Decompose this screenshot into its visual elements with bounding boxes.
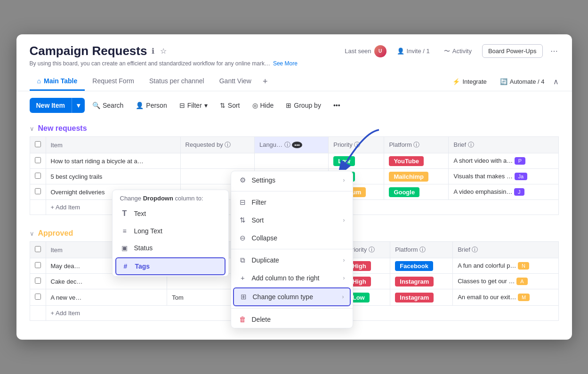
sub-menu-status[interactable]: ▣ Status bbox=[113, 239, 228, 256]
sort-ctx-icon: ⇅ bbox=[239, 216, 247, 224]
row-platform: Facebook bbox=[390, 258, 453, 274]
col-platform-header-a[interactable]: Platform ⓘ bbox=[390, 242, 453, 258]
row-item: 5 best cycling trails bbox=[46, 169, 180, 184]
sub-menu-long-text[interactable]: ≡ Long Text bbox=[113, 223, 228, 239]
sub-menu-tags[interactable]: # Tags bbox=[115, 257, 226, 275]
add-item-check bbox=[30, 200, 46, 215]
col-priority-header[interactable]: Priority ⓘ bbox=[329, 137, 384, 153]
col-brief-header[interactable]: Brief ⓘ bbox=[449, 137, 558, 153]
hide-button[interactable]: ◎ Hide bbox=[248, 98, 279, 112]
sort-icon: ⇅ bbox=[220, 102, 226, 109]
add-tab-button[interactable]: + bbox=[259, 73, 272, 90]
tab-main-table[interactable]: ⌂ Main Table bbox=[30, 72, 85, 91]
new-item-label[interactable]: New Item bbox=[30, 98, 72, 113]
table-row: How to start riding a bicycle at a… Low … bbox=[30, 153, 558, 169]
ctx-change-column-type[interactable]: ⊞ Change column type › bbox=[233, 287, 351, 306]
app-window: Campaign Requests ℹ ☆ Last seen U 👤 Invi… bbox=[16, 34, 572, 340]
row-platform: Mailchimp bbox=[384, 169, 449, 184]
row-language bbox=[254, 153, 328, 169]
group-new-requests-title: New requests bbox=[38, 124, 87, 133]
tab-status-channel[interactable]: Status per channel bbox=[142, 72, 212, 91]
board-power-ups-button[interactable]: Board Power-Ups bbox=[482, 44, 543, 58]
ctx-filter[interactable]: ⊟ Filter bbox=[231, 193, 353, 211]
group-approved-title: Approved bbox=[38, 229, 73, 238]
ctx-sort[interactable]: ⇅ Sort › bbox=[231, 211, 353, 229]
add-item-check bbox=[30, 306, 46, 321]
tab-request-form[interactable]: Request Form bbox=[85, 72, 142, 91]
invite-button[interactable]: 👤 Invite / 1 bbox=[393, 46, 434, 56]
star-icon-button[interactable]: ☆ bbox=[159, 46, 168, 56]
select-all-approved[interactable] bbox=[35, 246, 41, 252]
row-item: A new ve… bbox=[46, 289, 167, 306]
ctx-delete[interactable]: 🗑 Delete bbox=[231, 310, 353, 328]
col-check-header[interactable] bbox=[30, 137, 46, 153]
integrate-button[interactable]: ⚡ Integrate bbox=[448, 76, 491, 88]
search-icon: 🔍 bbox=[92, 102, 100, 109]
collapse-tabs-button[interactable]: ∧ bbox=[553, 77, 559, 86]
select-all-new[interactable] bbox=[35, 141, 41, 147]
group-by-button[interactable]: ⊞ Group by bbox=[281, 98, 326, 112]
col-check-header-a[interactable] bbox=[30, 242, 46, 258]
filter-icon: ⊟ bbox=[179, 102, 185, 109]
filter-ctx-icon: ⊟ bbox=[239, 198, 247, 207]
avatar: U bbox=[374, 45, 387, 57]
see-more-link[interactable]: See More bbox=[273, 60, 298, 67]
sub-menu-text[interactable]: T Text bbox=[113, 205, 228, 223]
status-type-icon: ▣ bbox=[120, 244, 129, 252]
col-language-header[interactable]: Langu… ⓘ ••• bbox=[254, 137, 328, 153]
header-left: Campaign Requests ℹ ☆ bbox=[30, 44, 168, 58]
home-icon: ⌂ bbox=[37, 77, 41, 85]
new-item-button[interactable]: New Item ▾ bbox=[30, 98, 85, 113]
header-right: Last seen U 👤 Invite / 1 〜 Activity Boar… bbox=[345, 44, 558, 58]
ctx-add-column[interactable]: + Add column to the right › bbox=[231, 269, 353, 286]
board-description: By using this board, you can create an e… bbox=[30, 60, 559, 72]
info-icon-button[interactable]: ℹ bbox=[151, 46, 155, 56]
integrate-icon: ⚡ bbox=[452, 78, 460, 85]
row-item: How to start riding a bicycle at a… bbox=[46, 153, 180, 169]
col-brief-header-a[interactable]: Brief ⓘ bbox=[453, 242, 558, 258]
tabs-right: ⚡ Integrate 🔄 Automate / 4 ∧ bbox=[448, 76, 558, 88]
person-filter-icon: 👤 bbox=[136, 102, 144, 109]
row-check[interactable] bbox=[30, 289, 46, 306]
activity-button[interactable]: 〜 Activity bbox=[440, 45, 475, 57]
more-options-button[interactable]: ⋯ bbox=[549, 46, 559, 56]
sub-menu-header: Change Dropdown column to: bbox=[113, 190, 228, 205]
filter-caret: ▾ bbox=[204, 102, 208, 109]
app-header: Campaign Requests ℹ ☆ Last seen U 👤 Invi… bbox=[16, 34, 572, 91]
search-button[interactable]: 🔍 Search bbox=[88, 98, 128, 112]
row-check[interactable] bbox=[30, 258, 46, 274]
row-check[interactable] bbox=[30, 169, 46, 184]
person-button[interactable]: 👤 Person bbox=[131, 98, 171, 112]
col-platform-header[interactable]: Platform ⓘ bbox=[384, 137, 449, 153]
col-item-header[interactable]: Item bbox=[46, 137, 180, 153]
sort-button[interactable]: ⇅ Sort bbox=[215, 98, 245, 112]
hide-icon: ◎ bbox=[252, 102, 258, 109]
ctx-collapse[interactable]: ⊖ Collapse bbox=[231, 229, 353, 247]
row-requested-by bbox=[180, 153, 254, 169]
ctx-settings[interactable]: ⚙ Settings › bbox=[231, 171, 353, 189]
new-item-caret[interactable]: ▾ bbox=[72, 98, 85, 113]
text-type-icon: T bbox=[120, 209, 129, 218]
row-check[interactable] bbox=[30, 274, 46, 289]
settings-chevron: › bbox=[343, 177, 345, 183]
group-approved-chevron[interactable]: ∨ bbox=[30, 230, 34, 237]
row-priority: Low bbox=[329, 153, 384, 169]
board-title: Campaign Requests bbox=[30, 44, 147, 58]
row-platform: YouTube bbox=[384, 153, 449, 169]
tab-gantt-view[interactable]: Gantt View bbox=[212, 72, 259, 91]
col-requested-by-header[interactable]: Requested by ⓘ bbox=[180, 137, 254, 153]
row-check[interactable] bbox=[30, 153, 46, 169]
more-toolbar-icon: ••• bbox=[333, 102, 340, 109]
group-new-requests-chevron[interactable]: ∨ bbox=[30, 125, 34, 132]
delete-icon: 🗑 bbox=[239, 315, 247, 323]
filter-button[interactable]: ⊟ Filter ▾ bbox=[175, 98, 212, 112]
row-brief: Classes to get our … A bbox=[453, 274, 558, 289]
person-icon: 👤 bbox=[397, 48, 404, 55]
tags-type-icon: # bbox=[121, 263, 130, 270]
row-check[interactable] bbox=[30, 184, 46, 200]
automate-button[interactable]: 🔄 Automate / 4 bbox=[495, 76, 549, 88]
row-brief: An email to our exit… M bbox=[453, 289, 558, 306]
more-toolbar-button[interactable]: ••• bbox=[329, 98, 345, 112]
ctx-duplicate[interactable]: ⧉ Duplicate › bbox=[231, 251, 353, 269]
add-column-icon: + bbox=[239, 274, 247, 282]
